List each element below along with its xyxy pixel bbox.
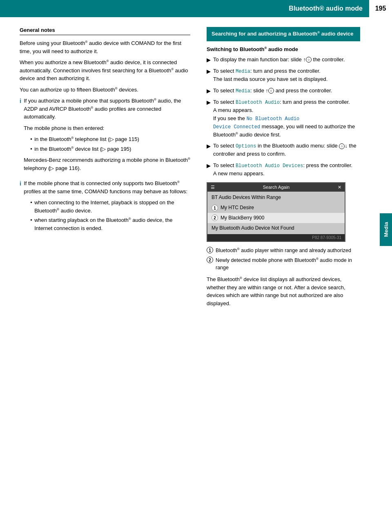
- page-wrapper: General notes Before using your Bluetoot…: [0, 17, 392, 320]
- menu-item-3: 2 My BlackBerry 9900: [207, 213, 345, 223]
- menu-item-4-text: My Bluetooth Audio Device Not Found: [212, 225, 294, 232]
- menu-item-2-num: 1: [212, 205, 218, 211]
- info-text-2: If the mobile phone that is connected on…: [24, 179, 190, 235]
- footer-text: The Bluetooth® device list displays all …: [207, 275, 360, 307]
- para-3: You can authorize up to fifteen Bluetoot…: [20, 86, 190, 94]
- info-icon-2: i: [20, 180, 21, 187]
- arrow-5: ▶: [207, 142, 211, 150]
- info-icon-1: i: [20, 97, 21, 104]
- para-2: When you authorize a new Bluetooth® audi…: [20, 58, 190, 83]
- screen-footer: P82 87-9305-31: [207, 234, 345, 241]
- step-1: ▶ To display the main function bar: slid…: [207, 56, 360, 64]
- screen-icon-left: ☰: [211, 185, 215, 190]
- menu-item-2-text: My HTC Desire: [220, 204, 254, 211]
- arrow-1: ▶: [207, 56, 211, 64]
- menu-item-4: My Bluetooth Audio Device Not Found: [207, 223, 345, 233]
- step-6-text: To select Bluetooth Audio Devices: press…: [213, 161, 352, 178]
- bullet-list-1: in the Bluetooth® telephone list (▷ page…: [30, 135, 190, 153]
- caption-1: 1 Bluetooth® audio player within range a…: [207, 247, 360, 255]
- caption-2-text: Newly detected mobile phone with Blue­to…: [216, 257, 360, 271]
- caption-2: 2 Newly detected mobile phone with Blue­…: [207, 257, 360, 271]
- caption-1-text: Bluetooth® audio player within range and…: [216, 247, 351, 255]
- menu-item-1-text: BT Audio Devices Within Range: [212, 194, 281, 201]
- page-number: 195: [369, 0, 392, 17]
- sub-heading: Switching to Bluetooth® audio mode: [207, 46, 360, 52]
- screen-icon-right: ✕: [338, 185, 341, 190]
- screen-menu: BT Audio Devices Within Range 1 My HTC D…: [207, 192, 345, 234]
- menu-item-3-num: 2: [212, 215, 218, 221]
- bullet-2b: when starting playback on the Bluetooth®…: [30, 216, 190, 232]
- screen-image: ☰ Search Again ✕ BT Audio Devices Within…: [207, 182, 345, 241]
- bullet-1b: in the Bluetooth® device list (▷ page 19…: [30, 145, 190, 153]
- step-5-text: To select Options in the Bluetooth audio…: [213, 142, 360, 158]
- step-4-text: To select Bluetooth Audio: turn and pres…: [213, 98, 360, 139]
- right-column: Searching for and authorizing a Blue­too…: [200, 17, 380, 320]
- screen-header: ☰ Search Again ✕: [207, 183, 345, 192]
- media-side-tab: Media: [380, 213, 392, 246]
- screen-title: Search Again: [263, 185, 290, 190]
- arrow-2: ▶: [207, 67, 211, 76]
- bullet-1a: in the Bluetooth® telephone list (▷ page…: [30, 135, 190, 143]
- header-bar: Bluetooth® audio mode 195: [0, 0, 392, 17]
- blue-box-heading: Searching for and authorizing a Blue­too…: [207, 27, 360, 41]
- caption-2-num: 2: [207, 257, 213, 263]
- step-2: ▶ To select Media: turn and press the co…: [207, 67, 360, 83]
- para-1: Before using your Bluetooth® audio devic…: [20, 39, 190, 55]
- menu-item-2: 1 My HTC Desire: [207, 203, 345, 213]
- info-block-2: i If the mobile phone that is connected …: [20, 179, 190, 235]
- menu-item-3-text: My BlackBerry 9900: [220, 215, 264, 221]
- arrow-6: ▶: [207, 162, 211, 170]
- step-2-text: To select Media: turn and press the cont…: [213, 67, 327, 83]
- step-3-text: To select Media: slide ↑○ and press the …: [213, 87, 332, 95]
- arrow-3: ▶: [207, 87, 211, 95]
- info-para-2: The mobile phone is then entered:: [24, 124, 190, 132]
- info-para-4: If the mobile phone that is connected on…: [24, 179, 190, 195]
- info-text-1: If you authorize a mobile phone that sup…: [24, 97, 190, 175]
- bullet-list-2: when connecting to the Internet, playbac…: [30, 199, 190, 232]
- general-notes-heading: General notes: [20, 27, 190, 35]
- arrow-4: ▶: [207, 98, 211, 107]
- caption-1-num: 1: [207, 247, 213, 253]
- header-title: Bluetooth® audio mode: [0, 5, 369, 12]
- info-block-1: i If you authorize a mobile phone that s…: [20, 97, 190, 175]
- info-para-3: Mercedes-Benz recommends authorizing a m…: [24, 156, 190, 172]
- left-column: General notes Before using your Bluetoot…: [0, 17, 200, 320]
- menu-item-1: BT Audio Devices Within Range: [207, 192, 345, 203]
- step-6: ▶ To select Bluetooth Audio Devices: pre…: [207, 161, 360, 178]
- step-5: ▶ To select Options in the Bluetooth aud…: [207, 142, 360, 158]
- info-para-1: If you authorize a mobile phone that sup…: [24, 97, 190, 121]
- step-4: ▶ To select Bluetooth Audio: turn and pr…: [207, 98, 360, 139]
- step-1-text: To display the main function bar: slide …: [213, 56, 345, 64]
- step-3: ▶ To select Media: slide ↑○ and press th…: [207, 87, 360, 95]
- bullet-2a: when connecting to the Internet, playbac…: [30, 199, 190, 215]
